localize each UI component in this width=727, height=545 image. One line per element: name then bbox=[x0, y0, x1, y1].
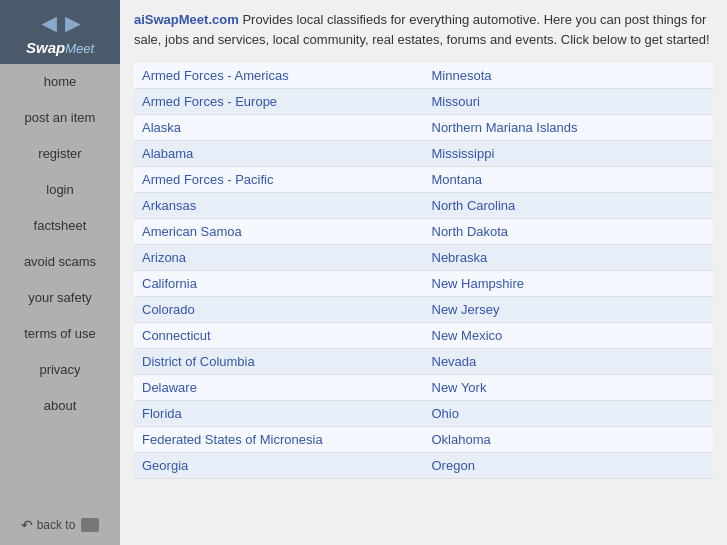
table-row: AlaskaNorthern Mariana Islands bbox=[134, 115, 713, 141]
location-link-left[interactable]: District of Columbia bbox=[142, 354, 255, 369]
back-link[interactable]: ↶ back to bbox=[17, 505, 104, 545]
table-row: DelawareNew York bbox=[134, 375, 713, 401]
nav-home[interactable]: home bbox=[0, 64, 120, 100]
location-link-left[interactable]: Connecticut bbox=[142, 328, 211, 343]
location-link-left[interactable]: Alaska bbox=[142, 120, 181, 135]
location-link-right[interactable]: Montana bbox=[432, 172, 483, 187]
location-link-right[interactable]: New Mexico bbox=[432, 328, 503, 343]
nav-your-safety[interactable]: your safety bbox=[0, 280, 120, 316]
logo-area: ◄► SwapMeet bbox=[0, 0, 120, 64]
location-link-right[interactable]: New Jersey bbox=[432, 302, 500, 317]
location-link-left[interactable]: Arizona bbox=[142, 250, 186, 265]
intro-paragraph: aiSwapMeet.com Provides local classified… bbox=[134, 10, 713, 49]
nav-register[interactable]: register bbox=[0, 136, 120, 172]
location-link-left[interactable]: Georgia bbox=[142, 458, 188, 473]
sidebar: ◄► SwapMeet home post an item register l… bbox=[0, 0, 120, 545]
locations-table: Armed Forces - AmericasMinnesotaArmed Fo… bbox=[134, 63, 713, 479]
nav-avoid-scams[interactable]: avoid scams bbox=[0, 244, 120, 280]
table-row: Federated States of MicronesiaOklahoma bbox=[134, 427, 713, 453]
table-row: AlabamaMississippi bbox=[134, 141, 713, 167]
back-label: back to bbox=[37, 518, 76, 532]
location-link-left[interactable]: Arkansas bbox=[142, 198, 196, 213]
location-link-right[interactable]: Nevada bbox=[432, 354, 477, 369]
location-link-right[interactable]: Oregon bbox=[432, 458, 475, 473]
location-link-right[interactable]: New York bbox=[432, 380, 487, 395]
location-link-left[interactable]: California bbox=[142, 276, 197, 291]
logo-text: SwapMeet bbox=[26, 39, 94, 56]
back-icon bbox=[81, 518, 99, 532]
location-link-right[interactable]: North Carolina bbox=[432, 198, 516, 213]
location-link-left[interactable]: Alabama bbox=[142, 146, 193, 161]
location-link-left[interactable]: Florida bbox=[142, 406, 182, 421]
table-row: ConnecticutNew Mexico bbox=[134, 323, 713, 349]
table-row: Armed Forces - EuropeMissouri bbox=[134, 89, 713, 115]
location-link-left[interactable]: Delaware bbox=[142, 380, 197, 395]
table-row: District of ColumbiaNevada bbox=[134, 349, 713, 375]
location-link-left[interactable]: Armed Forces - Americas bbox=[142, 68, 289, 83]
location-link-right[interactable]: Missouri bbox=[432, 94, 480, 109]
location-link-right[interactable]: Ohio bbox=[432, 406, 459, 421]
location-link-right[interactable]: Nebraska bbox=[432, 250, 488, 265]
table-row: GeorgiaOregon bbox=[134, 453, 713, 479]
location-link-left[interactable]: Armed Forces - Europe bbox=[142, 94, 277, 109]
table-row: CaliforniaNew Hampshire bbox=[134, 271, 713, 297]
logo-arrows: ◄► bbox=[26, 8, 94, 39]
nav-terms-of-use[interactable]: terms of use bbox=[0, 316, 120, 352]
table-row: ArizonaNebraska bbox=[134, 245, 713, 271]
location-link-left[interactable]: American Samoa bbox=[142, 224, 242, 239]
location-link-right[interactable]: North Dakota bbox=[432, 224, 509, 239]
location-link-left[interactable]: Federated States of Micronesia bbox=[142, 432, 323, 447]
nav-login[interactable]: login bbox=[0, 172, 120, 208]
nav-privacy[interactable]: privacy bbox=[0, 352, 120, 388]
table-row: ArkansasNorth Carolina bbox=[134, 193, 713, 219]
table-row: FloridaOhio bbox=[134, 401, 713, 427]
location-link-right[interactable]: Mississippi bbox=[432, 146, 495, 161]
location-link-right[interactable]: Minnesota bbox=[432, 68, 492, 83]
location-link-right[interactable]: Oklahoma bbox=[432, 432, 491, 447]
location-link-right[interactable]: Northern Mariana Islands bbox=[432, 120, 578, 135]
table-row: Armed Forces - PacificMontana bbox=[134, 167, 713, 193]
main-content: aiSwapMeet.com Provides local classified… bbox=[120, 0, 727, 545]
back-arrow-icon: ↶ bbox=[21, 517, 33, 533]
table-row: American SamoaNorth Dakota bbox=[134, 219, 713, 245]
site-link[interactable]: aiSwapMeet.com bbox=[134, 12, 239, 27]
nav-about[interactable]: about bbox=[0, 388, 120, 424]
location-link-left[interactable]: Armed Forces - Pacific bbox=[142, 172, 273, 187]
location-link-right[interactable]: New Hampshire bbox=[432, 276, 524, 291]
table-row: Armed Forces - AmericasMinnesota bbox=[134, 63, 713, 89]
nav-factsheet[interactable]: factsheet bbox=[0, 208, 120, 244]
nav-post-an-item[interactable]: post an item bbox=[0, 100, 120, 136]
table-row: ColoradoNew Jersey bbox=[134, 297, 713, 323]
location-link-left[interactable]: Colorado bbox=[142, 302, 195, 317]
